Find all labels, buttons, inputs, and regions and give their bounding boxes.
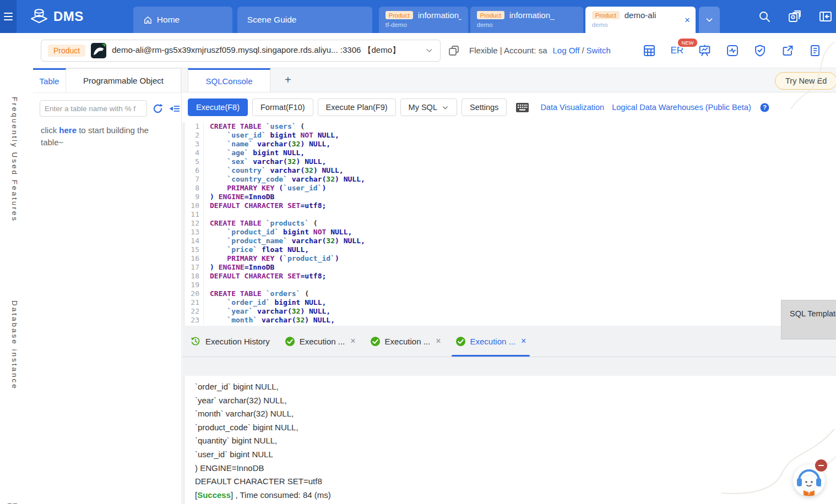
minimize-bot-badge[interactable] xyxy=(815,459,827,472)
monitor-pulse-icon[interactable] xyxy=(726,44,739,57)
table-grid-icon[interactable] xyxy=(643,44,656,57)
new-badge: NEW xyxy=(677,37,698,48)
editor-code: `year` varchar(32) NULL, xyxy=(204,307,330,316)
instance-selector[interactable]: Product demo-ali@rm-gs5x39xmjruszf059.my… xyxy=(41,40,441,62)
execute-button[interactable]: Execute(F8) xyxy=(188,98,248,116)
console-tab-strip: SQLConsole + Try New Ed xyxy=(182,68,836,92)
editor-line: 14 `product_name` varchar(32) NULL, xyxy=(185,237,836,245)
tab-programmable-object[interactable]: Programmable Object xyxy=(66,68,181,92)
execution-result-tab-1[interactable]: Execution ...× xyxy=(278,326,363,357)
tab-list-dropdown-button[interactable] xyxy=(699,7,720,33)
nav-home[interactable]: Home xyxy=(133,7,232,33)
header-tab-title: information_ xyxy=(509,10,555,20)
editor-code: `country` varchar(32) NULL, xyxy=(204,166,344,175)
chevron-down-icon xyxy=(425,46,433,54)
header-tab-title-row: Productdemo-ali xyxy=(592,10,689,20)
instance-bar: Product demo-ali@rm-gs5x39xmjruszf059.my… xyxy=(33,33,836,68)
close-icon[interactable]: × xyxy=(685,15,690,25)
header-icons xyxy=(758,0,836,33)
chevron-down-icon xyxy=(705,15,714,24)
close-icon[interactable]: × xyxy=(436,336,441,346)
log-off-link[interactable]: Log Off xyxy=(552,46,579,55)
format-button[interactable]: Format(F10) xyxy=(252,98,313,116)
editor-line: 10DEFAULT CHARACTER SET=utf8; xyxy=(185,201,836,210)
editor-code: PRIMARY KEY (`user_id`) xyxy=(204,184,326,193)
security-shield-icon[interactable] xyxy=(753,44,767,57)
main-menu-button[interactable] xyxy=(0,0,17,33)
dialect-dropdown[interactable]: My SQL xyxy=(400,98,457,116)
header-tab-demo-ali-2[interactable]: Productdemo-alidemo× xyxy=(585,7,696,33)
editor-code: `country_code` varchar(32) NULL, xyxy=(204,175,365,184)
dms-app: DMS Home Scene Guide Productinformation_… xyxy=(0,0,836,504)
notebook-log-icon[interactable] xyxy=(808,44,822,57)
home-icon xyxy=(143,15,153,25)
result-line: `month` varchar(32) NULL, xyxy=(195,407,836,421)
er-diagram-button[interactable]: ER NEW xyxy=(670,45,683,56)
line-number: 15 xyxy=(185,245,204,254)
dms-logo[interactable]: DMS xyxy=(17,0,99,33)
nav-scene-label: Scene Guide xyxy=(247,15,297,25)
close-icon[interactable]: × xyxy=(350,336,355,346)
rail-database-instance[interactable]: Database instance xyxy=(10,300,19,390)
execution-history-button[interactable]: Execution History xyxy=(190,326,278,357)
header-tab-information_-0[interactable]: Productinformation_tf-demo xyxy=(379,7,468,33)
help-icon[interactable]: ? xyxy=(760,103,769,112)
tab-table[interactable]: Table xyxy=(33,68,66,92)
editor-line: 8 PRIMARY KEY (`user_id`) xyxy=(185,184,836,193)
line-number: 5 xyxy=(185,157,204,166)
editor-code: `product_id` bigint NOT NULL, xyxy=(204,228,352,237)
header-tab-subtitle: demo xyxy=(477,21,577,28)
collapse-tree-icon[interactable] xyxy=(169,103,180,114)
tab-sqlconsole[interactable]: SQLConsole xyxy=(188,68,270,92)
execute-plan-button[interactable]: Execute Plan(F9) xyxy=(318,98,396,116)
history-icon xyxy=(190,336,201,347)
search-icon[interactable] xyxy=(758,10,771,23)
result-line-partial: Number of rows affected: 0 xyxy=(195,502,836,504)
copy-connection-icon[interactable] xyxy=(447,44,460,57)
keyboard-shortcuts-icon[interactable] xyxy=(515,102,529,113)
result-line: `user_id` bigint NULL xyxy=(195,448,836,462)
editor-code: CREATE TABLE `orders` ( xyxy=(204,289,309,298)
build-table-hint: click here to start building the table~ xyxy=(33,117,181,149)
editor-code: ) ENGINE=InnoDB xyxy=(204,193,274,201)
chevron-down-icon xyxy=(442,104,449,111)
editor-line: 13 `product_id` bigint NOT NULL, xyxy=(185,228,836,237)
dashboard-board-icon[interactable] xyxy=(698,43,712,57)
result-line: `order_id` bigint NULL, xyxy=(195,380,836,394)
editor-line: 6 `country` varchar(32) NULL, xyxy=(185,166,836,175)
here-link[interactable]: here xyxy=(59,125,77,135)
success-check-icon xyxy=(285,336,295,347)
header-tab-information_-1[interactable]: Productinformation_demo xyxy=(470,7,583,33)
sql-editor[interactable]: 1CREATE TABLE `users` (2 `user_id` bigin… xyxy=(185,122,836,326)
try-new-editor-button[interactable]: Try New Ed xyxy=(775,72,836,90)
table-search-input[interactable] xyxy=(40,100,147,117)
refresh-icon[interactable] xyxy=(152,103,164,114)
editor-code: PRIMARY KEY (`product_id`) xyxy=(204,254,339,263)
data-visualization-link[interactable]: Data Visualization xyxy=(540,103,604,112)
product-badge: Product xyxy=(386,11,413,19)
switch-link[interactable]: Switch xyxy=(587,46,611,55)
svg-text:?: ? xyxy=(763,104,767,111)
close-icon[interactable]: × xyxy=(521,336,526,346)
add-console-tab-button[interactable]: + xyxy=(285,68,291,92)
collapse-panel-icon[interactable] xyxy=(818,9,833,24)
nav-scene-guide[interactable]: Scene Guide xyxy=(237,7,372,33)
execution-tabs-divider xyxy=(182,357,836,357)
mysql-icon xyxy=(91,43,106,58)
guide-cards-icon[interactable] xyxy=(788,9,802,24)
editor-code: `user_id` bigint NOT NULL, xyxy=(204,131,339,140)
editor-code: DEFAULT CHARACTER SET=utf8; xyxy=(204,201,326,210)
export-share-icon[interactable] xyxy=(781,44,794,57)
logical-warehouses-link[interactable]: Logical Data Warehouses (Public Beta) xyxy=(612,103,751,112)
separator: / xyxy=(582,46,584,55)
execution-result-tab-2[interactable]: Execution ...× xyxy=(363,326,448,357)
line-number: 21 xyxy=(185,298,204,307)
svg-text:?: ? xyxy=(808,491,811,496)
editor-code: `sex` varchar(32) NULL, xyxy=(204,157,326,166)
sql-template-button[interactable]: SQL Template xyxy=(781,300,836,339)
success-check-icon xyxy=(370,336,381,347)
rail-frequently-used[interactable]: Frequently Used Features xyxy=(10,97,19,222)
line-number: 8 xyxy=(185,184,204,193)
execution-result-tab-3[interactable]: Execution ...× xyxy=(448,326,534,357)
settings-button[interactable]: Settings xyxy=(462,98,507,116)
